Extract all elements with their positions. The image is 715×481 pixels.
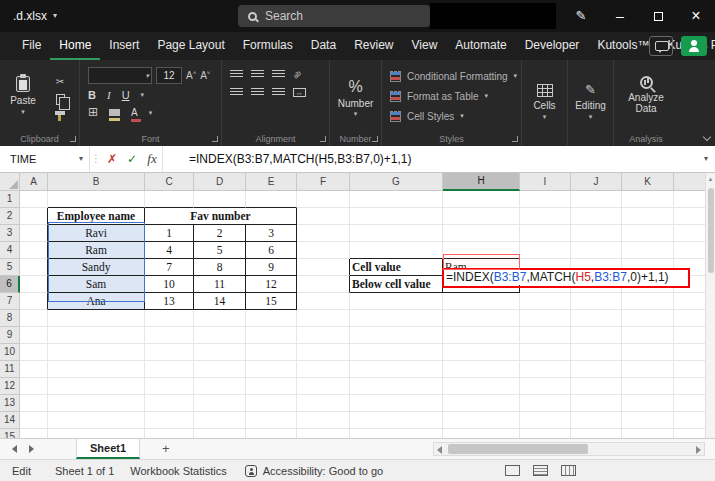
cell-A2[interactable] xyxy=(20,208,48,225)
cell-I4[interactable] xyxy=(520,242,571,259)
cell-C11[interactable] xyxy=(145,361,194,378)
cell-J9[interactable] xyxy=(571,327,622,344)
cell-styles-button[interactable]: Cell Styles xyxy=(390,106,517,126)
cell-J1[interactable] xyxy=(571,191,622,208)
decrease-font-button[interactable]: A˅ xyxy=(200,70,210,81)
format-as-table-button[interactable]: Format as Table xyxy=(390,86,517,106)
cell-D3[interactable]: 2 xyxy=(194,225,246,242)
scroll-up-arrow-icon[interactable] xyxy=(706,173,715,182)
align-top-button[interactable] xyxy=(230,70,243,79)
cell-H14[interactable] xyxy=(443,412,520,429)
cell-K6[interactable] xyxy=(622,276,674,293)
cell-E7[interactable]: 15 xyxy=(246,293,297,310)
cell-E14[interactable] xyxy=(246,412,297,429)
cell-F10[interactable] xyxy=(297,344,350,361)
workbook-statistics-button[interactable]: Workbook Statistics xyxy=(130,465,226,477)
row-header-7[interactable]: 7 xyxy=(0,293,20,310)
format-painter-button[interactable] xyxy=(55,111,65,115)
ribbon-tab-home[interactable]: Home xyxy=(50,32,100,60)
cell-G2[interactable] xyxy=(350,208,443,225)
cell-D14[interactable] xyxy=(194,412,246,429)
cell-G15[interactable] xyxy=(350,429,443,438)
cell-F14[interactable] xyxy=(297,412,350,429)
sheet-nav-right-icon[interactable] xyxy=(29,445,34,453)
cell-C13[interactable] xyxy=(145,395,194,412)
cell-C5[interactable]: 7 xyxy=(145,259,194,276)
cell-K11[interactable] xyxy=(622,361,674,378)
cell-G5[interactable]: Cell value xyxy=(350,259,443,276)
cell-B12[interactable] xyxy=(48,378,145,395)
row-header-14[interactable]: 14 xyxy=(0,412,20,429)
insert-function-button[interactable]: fx xyxy=(142,146,162,172)
cell-H9[interactable] xyxy=(443,327,520,344)
cell-H4[interactable] xyxy=(443,242,520,259)
cell-A3[interactable] xyxy=(20,225,48,242)
cell-I12[interactable] xyxy=(520,378,571,395)
cell-G4[interactable] xyxy=(350,242,443,259)
cell-C14[interactable] xyxy=(145,412,194,429)
cell-J7[interactable] xyxy=(571,293,622,310)
cell-D15[interactable] xyxy=(194,429,246,438)
cell-F3[interactable] xyxy=(297,225,350,242)
cell-E6[interactable]: 12 xyxy=(246,276,297,293)
cell-H5[interactable]: Ram xyxy=(443,259,520,276)
col-header-J[interactable]: J xyxy=(571,173,622,191)
expand-formula-bar-chevron[interactable] xyxy=(697,146,715,172)
cell-K15[interactable] xyxy=(622,429,674,438)
cell-A4[interactable] xyxy=(20,242,48,259)
scroll-right-arrow-icon[interactable] xyxy=(696,446,701,454)
cell-A9[interactable] xyxy=(20,327,48,344)
normal-view-button[interactable] xyxy=(505,465,520,476)
cell-D10[interactable] xyxy=(194,344,246,361)
minimize-button[interactable] xyxy=(601,0,639,32)
align-bottom-button[interactable] xyxy=(272,70,285,79)
page-break-view-button[interactable] xyxy=(561,465,576,476)
cell-E13[interactable] xyxy=(246,395,297,412)
cell-I5[interactable] xyxy=(520,259,571,276)
fill-color-button[interactable] xyxy=(109,109,120,116)
cell-J13[interactable] xyxy=(571,395,622,412)
cell-G14[interactable] xyxy=(350,412,443,429)
cell-H10[interactable] xyxy=(443,344,520,361)
ribbon-tab-developer[interactable]: Developer xyxy=(516,32,589,60)
scroll-left-arrow-icon[interactable] xyxy=(437,446,442,454)
file-name-menu[interactable]: .d.xlsx xyxy=(13,0,57,32)
cell-D13[interactable] xyxy=(194,395,246,412)
cell-A10[interactable] xyxy=(20,344,48,361)
cell-F6[interactable] xyxy=(297,276,350,293)
cell-E9[interactable] xyxy=(246,327,297,344)
cell-D6[interactable]: 11 xyxy=(194,276,246,293)
font-size-select[interactable]: 12 xyxy=(156,67,182,84)
cell-A8[interactable] xyxy=(20,310,48,327)
cell-K8[interactable] xyxy=(622,310,674,327)
cell-E3[interactable]: 3 xyxy=(246,225,297,242)
col-header-C[interactable]: C xyxy=(145,173,194,191)
cell-D9[interactable] xyxy=(194,327,246,344)
cell-I6[interactable] xyxy=(520,276,571,293)
cell-F7[interactable] xyxy=(297,293,350,310)
font-dialog-launcher[interactable] xyxy=(212,136,218,142)
cell-H12[interactable] xyxy=(443,378,520,395)
cell-A6[interactable] xyxy=(20,276,48,293)
analyze-data-button[interactable]: Analyze Data xyxy=(614,60,678,130)
vertical-scroll-thumb[interactable] xyxy=(708,188,714,273)
row-header-11[interactable]: 11 xyxy=(0,361,20,378)
row-header-8[interactable]: 8 xyxy=(0,310,20,327)
conditional-formatting-button[interactable]: Conditional Formatting xyxy=(390,66,517,86)
clipboard-dialog-launcher[interactable] xyxy=(70,136,76,142)
align-right-button[interactable] xyxy=(272,88,285,97)
cell-A5[interactable] xyxy=(20,259,48,276)
merge-center-button[interactable] xyxy=(293,88,306,97)
cell-J10[interactable] xyxy=(571,344,622,361)
col-header-D[interactable]: D xyxy=(194,173,246,191)
cell-G9[interactable] xyxy=(350,327,443,344)
cell-K1[interactable] xyxy=(622,191,674,208)
cell-J5[interactable] xyxy=(571,259,622,276)
styles-dialog-launcher[interactable] xyxy=(512,136,518,142)
cell-B7[interactable]: Ana xyxy=(48,293,145,310)
cell-I15[interactable] xyxy=(520,429,571,438)
cell-D4[interactable]: 5 xyxy=(194,242,246,259)
cell-G6[interactable]: Below cell value xyxy=(350,276,443,293)
cell-D11[interactable] xyxy=(194,361,246,378)
cell-B1[interactable] xyxy=(48,191,145,208)
